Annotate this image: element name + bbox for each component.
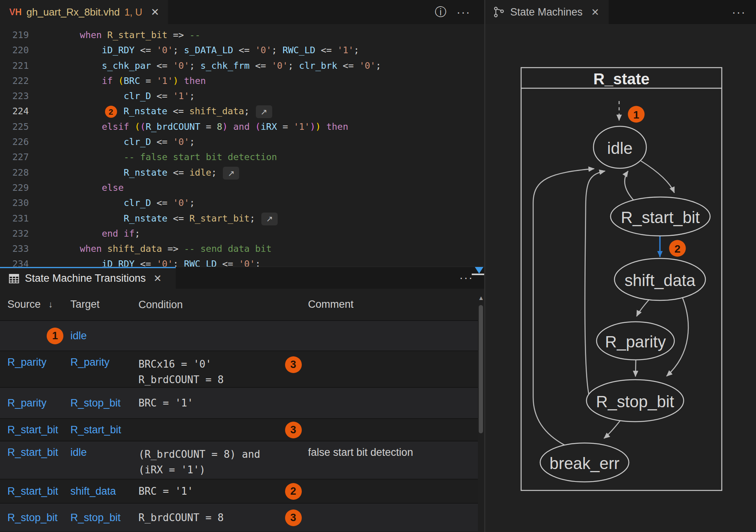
source-state-link[interactable]: R_start_bit [7, 424, 58, 436]
table-scrollbar[interactable]: ▲ [478, 294, 484, 532]
transition-edge-R_parity-to-R_stop_bit [635, 360, 636, 377]
token: -- false start bit detection [124, 152, 277, 162]
token: <= [151, 60, 173, 71]
line-number: 234 [0, 256, 29, 267]
state-diagram[interactable]: R_stateidleR_start_bitshift_dataR_parity… [485, 24, 756, 532]
source-state-link[interactable]: R_stop_bit [7, 512, 58, 524]
token: '1' [294, 121, 310, 132]
target-state-link[interactable]: R_parity [70, 356, 110, 368]
goto-diagram-button[interactable]: ↗ [223, 167, 239, 180]
file-tab[interactable]: VH gh_uart_Rx_8bit.vhd 1, U ✕ [0, 0, 168, 24]
more-actions-icon[interactable]: ··· [457, 5, 471, 19]
step-badge: 2 [105, 106, 117, 118]
tab-state-machines[interactable]: State Machines ✕ [485, 0, 609, 24]
token: = [277, 121, 293, 132]
token [58, 228, 102, 239]
token: <= [233, 45, 255, 56]
condition-cell: R_brdCOUNT = 8 [138, 510, 278, 525]
token: <= [250, 60, 271, 71]
token [58, 258, 102, 267]
panel-tab-transitions[interactable]: State Machine Transitions ✕ [0, 267, 176, 289]
target-state-link[interactable]: R_stop_bit [70, 397, 121, 409]
side-panel-tabbar: State Machines ✕ ··· [485, 0, 756, 24]
source-state-link[interactable]: R_parity [7, 356, 47, 368]
transition-badge: 1 [47, 328, 63, 344]
token: R_start_bit [107, 30, 168, 40]
token: '0' [271, 60, 288, 71]
side-more-actions-icon[interactable]: ··· [732, 5, 746, 19]
scrollbar-thumb[interactable] [479, 305, 483, 433]
target-state-link[interactable]: idle [70, 447, 87, 458]
source-state-link[interactable]: R_start_bit [7, 447, 58, 459]
token [162, 243, 168, 254]
transition-row[interactable]: R_start_bitshift_dataBRC = '1'2 [0, 480, 478, 504]
column-header-comment[interactable]: Comment [308, 298, 478, 310]
table-icon [9, 273, 19, 284]
close-icon[interactable]: ✕ [591, 7, 599, 18]
token: '0' [157, 45, 173, 56]
target-state-link[interactable]: idle [70, 330, 87, 342]
goto-diagram-button[interactable]: ↗ [261, 213, 278, 225]
line-number: 219 [0, 28, 29, 43]
token: -- [189, 30, 200, 40]
source-state-link[interactable]: R_start_bit [7, 485, 58, 497]
target-state-link[interactable]: shift_data [70, 485, 116, 497]
token: ; [189, 60, 200, 71]
close-icon[interactable]: ✕ [151, 6, 159, 18]
token: '0' [255, 45, 271, 56]
panel-more-actions-icon[interactable]: ··· [459, 271, 473, 284]
editor-column: VH gh_uart_Rx_8bit.vhd 1, U ✕ ⓘ ··· 219 … [0, 0, 484, 532]
token: end [102, 228, 118, 239]
token: if [124, 228, 135, 239]
scroll-up-icon[interactable]: ▲ [478, 294, 484, 302]
token: = [140, 75, 156, 86]
transition-row[interactable]: 1idle [0, 321, 478, 351]
code-line: 221 s_chk_par <= '0'; s_chk_frm <= '0'; … [0, 58, 484, 73]
condition-cell: (R_brdCOUNT = 8) and(iRX = '1') [138, 441, 278, 478]
token: ; [244, 106, 250, 117]
transitions-panel: State Machine Transitions ✕ ··· Source↓T… [0, 267, 484, 532]
code-text: if (BRC = '1') then [29, 73, 206, 89]
line-number: 232 [0, 226, 29, 241]
token: iD_RDY [102, 45, 135, 56]
token: '0' [173, 60, 189, 71]
code-editor[interactable]: 219 when R_start_bit => --220 iD_RDY <= … [0, 24, 484, 267]
token: <= [151, 197, 173, 208]
sash-drop-indicator [475, 267, 483, 274]
token [168, 30, 173, 40]
column-header-source[interactable]: Source↓ [0, 298, 70, 310]
token: R_nstate [124, 213, 168, 224]
target-state-link[interactable]: R_stop_bit [70, 512, 121, 523]
transition-row[interactable]: R_start_bitidle(R_brdCOUNT = 8) and(iRX … [0, 441, 478, 480]
state-node-shift_data[interactable]: shift_data [614, 258, 705, 300]
close-icon[interactable]: ✕ [154, 273, 162, 284]
goto-diagram-button[interactable]: ↗ [256, 105, 272, 118]
source-state-link[interactable]: R_parity [7, 397, 47, 409]
state-node-R_start_bit[interactable]: R_start_bit [611, 197, 710, 236]
column-header-condition[interactable]: Condition [138, 297, 278, 312]
diagram-step-badge: 2 [669, 240, 686, 257]
diagram-step-badge: 1 [628, 106, 645, 123]
state-node-idle[interactable]: idle [593, 126, 646, 168]
token [118, 228, 124, 239]
transition-row[interactable]: R_parityR_parityBRCx16 = '0'R_brdCOUNT =… [0, 351, 478, 388]
state-node-R_stop_bit[interactable]: R_stop_bit [586, 380, 684, 422]
token: ) [173, 75, 178, 86]
panel-tabbar: State Machine Transitions ✕ ··· [0, 267, 484, 289]
code-text: iD_RDY <= '0'; s_DATA_LD <= '0'; RWC_LD … [29, 43, 359, 58]
transition-row[interactable]: R_parityR_stop_bitBRC = '1' [0, 388, 478, 419]
state-node-break_err[interactable]: break_err [540, 443, 629, 482]
token: -- send data bit [184, 243, 271, 254]
target-state-link[interactable]: R_start_bit [70, 424, 121, 436]
code-line: 229 else [0, 180, 484, 195]
info-icon[interactable]: ⓘ [435, 4, 446, 20]
code-line: 223 clr_D <= '1'; [0, 89, 484, 104]
state-node-R_parity[interactable]: R_parity [597, 322, 674, 360]
token: ; [189, 197, 195, 208]
transition-row[interactable]: R_stop_bitR_stop_bitR_brdCOUNT = 83 [0, 504, 478, 532]
condition-cell: BRC = '1' [138, 395, 278, 411]
transition-row[interactable]: R_start_bitR_start_bit3 [0, 419, 478, 441]
token: ( [135, 121, 140, 132]
token: clr_brk [299, 60, 338, 71]
column-header-target[interactable]: Target [70, 298, 138, 310]
